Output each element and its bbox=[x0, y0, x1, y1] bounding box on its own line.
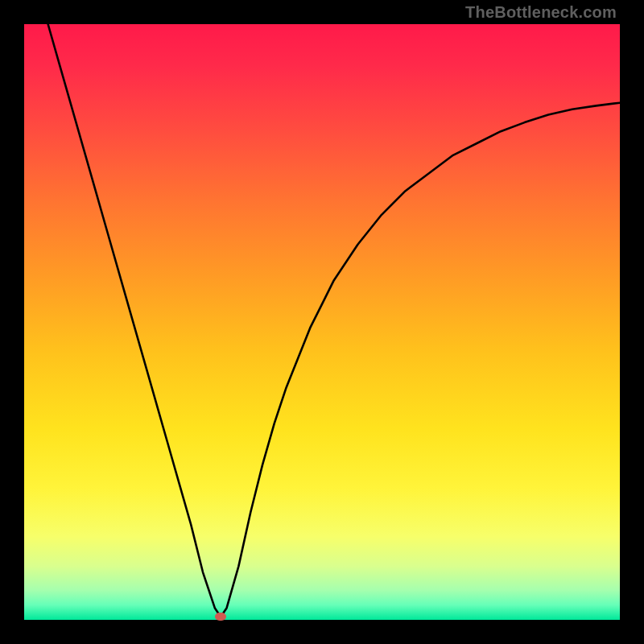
watermark-text: TheBottleneck.com bbox=[465, 3, 617, 22]
chart-frame: TheBottleneck.com bbox=[0, 0, 644, 644]
plot-area bbox=[24, 24, 620, 620]
bottleneck-curve bbox=[24, 24, 620, 620]
